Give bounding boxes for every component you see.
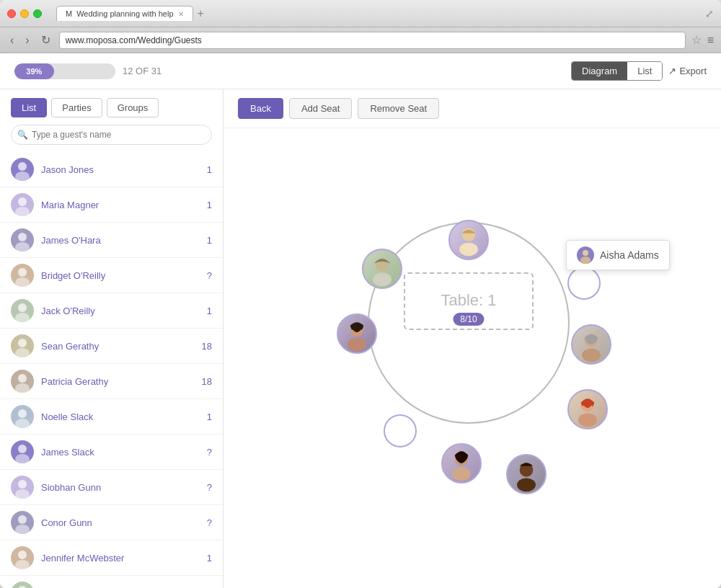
top-bar: 39% 12 OF 31 Diagram List ↗ Export [0, 53, 721, 89]
guest-name: James Slack [41, 447, 207, 458]
back-button[interactable]: Back [238, 98, 283, 119]
list-item[interactable]: Dermot McWebster ? [0, 576, 223, 588]
seat-7-empty[interactable] [567, 267, 601, 300]
svg-point-39 [578, 414, 597, 427]
address-bar: ‹ › ↻ ☆ ≡ [0, 27, 721, 53]
seat-3[interactable] [337, 313, 377, 354]
seat-4-empty[interactable] [384, 414, 417, 447]
seat-person-3 [337, 313, 377, 354]
list-item[interactable]: Sean Gerathy 18 [0, 329, 223, 364]
avatar [11, 511, 34, 534]
export-icon: ↗ [668, 66, 676, 76]
svg-point-35 [517, 478, 536, 492]
guest-count: 1 [207, 235, 212, 246]
expand-icon[interactable]: ⤢ [705, 8, 714, 19]
seat-person-5 [441, 443, 482, 484]
top-bar-right: Diagram List ↗ Export [571, 61, 707, 81]
svg-point-27 [459, 243, 478, 257]
new-tab-button[interactable]: + [193, 7, 208, 20]
search-box: 🔍 [11, 125, 212, 145]
avatar [11, 158, 34, 181]
seat-9[interactable] [567, 389, 608, 429]
list-item[interactable]: James O'Hara 1 [0, 223, 223, 258]
svg-point-12 [18, 374, 27, 383]
avatar [11, 440, 34, 463]
list-item[interactable]: Jack O'Reilly 1 [0, 293, 223, 329]
tab-groups[interactable]: Groups [107, 98, 159, 117]
guest-name: James O'Hara [41, 235, 207, 246]
tab-list[interactable]: List [11, 98, 47, 117]
list-item[interactable]: Patricia Gerathy 18 [0, 364, 223, 399]
avatar [11, 228, 34, 251]
bookmark-icon[interactable]: ☆ [691, 33, 702, 47]
list-item[interactable]: Siobhan Gunn ? [0, 470, 223, 505]
list-item[interactable]: Jennifer McWebster 1 [0, 540, 223, 576]
tab-parties[interactable]: Parties [51, 98, 102, 117]
guest-name: Noelle Slack [41, 411, 207, 422]
seat-8[interactable] [571, 324, 611, 365]
guest-count: 18 [202, 376, 212, 387]
guest-name: Sean Gerathy [41, 341, 202, 352]
svg-point-17 [15, 454, 30, 463]
guest-name: Jack O'Reilly [41, 306, 207, 316]
avatar [11, 334, 34, 357]
maximize-button[interactable] [33, 9, 42, 18]
browser-tab[interactable]: M Wedding planning with help ✕ [56, 6, 193, 21]
list-item[interactable]: Bridget O'Reilly ? [0, 258, 223, 293]
sidebar: List Parties Groups 🔍 Jason Jones 1 [0, 89, 224, 588]
guest-count: 18 [202, 341, 212, 352]
svg-point-7 [15, 277, 30, 287]
add-seat-button[interactable]: Add Seat [289, 98, 353, 119]
back-button[interactable]: ‹ [7, 32, 17, 48]
view-toggle: Diagram List [571, 61, 663, 81]
guest-count: 1 [207, 200, 212, 210]
seat-2[interactable] [362, 249, 402, 289]
progress-bar-fill: 39% [14, 63, 54, 79]
guest-count: 1 [207, 306, 212, 316]
list-view-button[interactable]: List [627, 62, 662, 80]
diagram-view-button[interactable]: Diagram [572, 62, 627, 80]
guest-name: Siobhan Gunn [41, 482, 207, 493]
list-item[interactable]: James Slack ? [0, 435, 223, 470]
tab-favicon: M [66, 9, 72, 18]
menu-icon[interactable]: ≡ [707, 34, 714, 47]
tab-bar: M Wedding planning with help ✕ + [56, 6, 705, 21]
seat-6[interactable] [506, 454, 547, 494]
search-input[interactable] [11, 125, 212, 145]
table-count-badge: 8/10 [453, 313, 484, 326]
minimize-button[interactable] [20, 9, 29, 18]
list-item[interactable]: Conor Gunn ? [0, 505, 223, 540]
table-label: Table: 1 8/10 [441, 291, 496, 326]
seat-1[interactable] [448, 220, 489, 260]
app-content: 39% 12 OF 31 Diagram List ↗ Export [0, 53, 721, 588]
list-item[interactable]: Jason Jones 1 [0, 152, 223, 187]
svg-point-11 [15, 348, 30, 357]
tooltip-avatar [577, 246, 594, 264]
svg-point-6 [18, 268, 27, 277]
svg-point-4 [18, 233, 27, 241]
guest-count: 1 [207, 553, 212, 564]
forward-button[interactable]: › [22, 32, 32, 48]
guest-name: Maria Magner [41, 200, 207, 210]
seat-person-2 [362, 249, 402, 289]
remove-seat-button[interactable]: Remove Seat [358, 98, 439, 119]
svg-point-37 [582, 349, 601, 362]
list-item[interactable]: Noelle Slack 1 [0, 399, 223, 435]
url-input[interactable] [59, 32, 686, 49]
close-button[interactable] [7, 9, 16, 18]
svg-point-2 [18, 197, 27, 206]
svg-point-29 [373, 273, 392, 287]
progress-percent: 39% [26, 67, 42, 76]
seat-person-1 [448, 220, 489, 260]
progress-container: 39% 12 OF 31 [14, 63, 162, 79]
export-button[interactable]: ↗ Export [668, 66, 707, 76]
avatar [11, 193, 34, 216]
guest-count: ? [207, 482, 212, 493]
seat-5[interactable] [441, 443, 482, 484]
guest-count: 1 [207, 164, 212, 175]
svg-point-40 [583, 250, 588, 256]
refresh-button[interactable]: ↻ [38, 32, 53, 48]
svg-point-14 [18, 409, 27, 418]
list-item[interactable]: Maria Magner 1 [0, 187, 223, 223]
tab-close-icon[interactable]: ✕ [178, 10, 184, 18]
